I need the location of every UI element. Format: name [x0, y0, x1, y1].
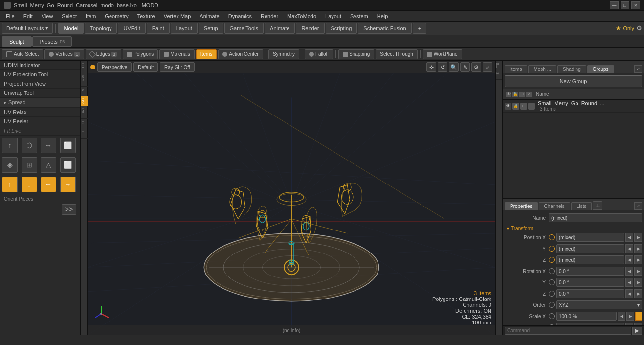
col-icon-eye[interactable]: 👁 [506, 92, 511, 97]
menu-help[interactable]: Help [373, 12, 392, 20]
position-z-btn-r[interactable]: ▶ [634, 255, 642, 264]
uv-projection-tool[interactable]: UV Projection Tool [0, 70, 80, 79]
scale-x-btn-r[interactable]: ▶ [626, 312, 634, 321]
add-tab-btn[interactable]: + [593, 201, 602, 210]
maximize-button[interactable]: □ [621, 1, 629, 9]
tool-btn-move[interactable]: ↑ [2, 138, 18, 153]
scale-x-orange-btn[interactable] [635, 312, 642, 321]
game-tools-tab[interactable]: Game Tools [224, 23, 264, 34]
col-icon-box[interactable]: □ [519, 92, 525, 97]
tool-btn-rotate[interactable]: ⬡ [22, 138, 37, 153]
rotation-z-btn-l[interactable]: ◀ [625, 289, 633, 298]
tab-lists[interactable]: Lists [571, 202, 592, 210]
tool-btn-pin[interactable]: ◈ [2, 157, 18, 173]
props-expand-btn[interactable]: ⤢ [634, 202, 642, 210]
uv-peeler-tool[interactable]: UV Peeler [0, 117, 80, 126]
viewport-icon-3[interactable]: 🔍 [449, 62, 459, 72]
order-dropdown[interactable]: XYZ ▾ [556, 300, 642, 309]
menu-dynamics[interactable]: Dynamics [224, 12, 256, 20]
viewport-icon-4[interactable]: ✎ [460, 62, 470, 72]
falloff-btn[interactable]: Falloff [305, 49, 333, 59]
rotation-y-value[interactable]: 0.0 ° [556, 278, 624, 287]
col-icon-lock[interactable]: 🔒 [512, 92, 518, 97]
tool-btn-down[interactable]: ↓ [22, 177, 37, 192]
strip-po[interactable]: Po... [81, 106, 88, 118]
default-layouts-dropdown[interactable]: Default Layouts ▾ [2, 23, 53, 34]
strip-s1[interactable]: S... [496, 61, 503, 70]
transform-section[interactable]: ▾ Transform [505, 224, 642, 232]
tab-items[interactable]: Items [505, 65, 527, 73]
materials-btn[interactable]: Materials [159, 49, 195, 59]
menu-geometry[interactable]: Geometry [101, 12, 132, 20]
scale-x-btn-l[interactable]: ◀ [618, 312, 625, 321]
tool-btn-left[interactable]: ← [41, 177, 56, 192]
menu-item[interactable]: Item [82, 12, 100, 20]
window-controls[interactable]: — □ ✕ [610, 1, 640, 9]
command-go-btn[interactable]: ▶ [632, 327, 642, 335]
rotation-z-btn-r[interactable]: ▶ [634, 289, 642, 298]
items-btn[interactable]: Items [196, 49, 217, 59]
tool-btn-right[interactable]: → [60, 177, 76, 192]
action-center-btn[interactable]: Action Center [218, 49, 263, 59]
tool-btn-scale[interactable]: ↔ [41, 138, 56, 153]
auto-select-btn[interactable]: Auto Select [2, 49, 43, 59]
menu-view[interactable]: View [38, 12, 57, 20]
strip-c[interactable]: C... [81, 119, 88, 129]
viewport-icon-5[interactable]: ⚙ [471, 62, 481, 72]
rotation-x-btn-r[interactable]: ▶ [634, 267, 642, 276]
uvedit-tab[interactable]: UVEdit [118, 23, 145, 34]
menu-animate[interactable]: Animate [196, 12, 223, 20]
position-y-value[interactable]: (mixed) [556, 244, 624, 253]
strip-f[interactable]: F... [81, 129, 88, 139]
edges-btn[interactable]: Edges 3 [86, 49, 121, 59]
position-z-value[interactable]: (mixed) [556, 255, 624, 264]
schematic-tab[interactable]: Schematic Fusion [358, 23, 411, 34]
menu-file[interactable]: File [2, 12, 19, 20]
menu-vertex-map[interactable]: Vertex Map [160, 12, 195, 20]
group-row-0[interactable]: 👁 🔒 □ Small_Merry_Go_Round_... 3 Items [503, 100, 644, 113]
tool-btn-triangle[interactable]: △ [41, 157, 56, 173]
command-input[interactable] [505, 327, 631, 335]
strip-uv-active[interactable]: UV [81, 96, 88, 106]
unwrap-tool[interactable]: Unwrap Tool [0, 89, 80, 98]
menu-texture[interactable]: Texture [133, 12, 159, 20]
vertices-btn[interactable]: Vertices 1 [44, 49, 84, 59]
minimize-button[interactable]: — [610, 1, 619, 9]
sculpt-btn[interactable]: Sculpt [2, 36, 32, 47]
panel-expand-btn[interactable]: ⤢ [634, 65, 642, 73]
presets-btn[interactable]: Presets F6 [32, 36, 72, 47]
group-box-icon[interactable]: □ [520, 103, 527, 110]
tool-btn-grid[interactable]: ⊞ [22, 157, 37, 173]
rotation-x-value[interactable]: 0.0 ° [556, 267, 624, 276]
menu-edit[interactable]: Edit [20, 12, 37, 20]
position-x-btn-r[interactable]: ▶ [634, 233, 642, 242]
group-eye-icon[interactable]: 👁 [505, 103, 511, 110]
menu-layout[interactable]: Layout [321, 12, 345, 20]
rotation-z-value[interactable]: 0.0 ° [556, 289, 624, 298]
tab-mesh[interactable]: Mesh ... [528, 65, 556, 73]
setup-tab[interactable]: Setup [199, 23, 223, 34]
position-y-btn-r[interactable]: ▶ [634, 244, 642, 253]
default-style-btn[interactable]: Default [133, 62, 158, 72]
fit-live-tool[interactable]: Fit Live [0, 126, 80, 136]
strip-me[interactable]: Me... [81, 73, 88, 87]
col-icon-sel[interactable]: ✓ [526, 92, 532, 97]
close-button[interactable]: ✕ [631, 1, 640, 9]
settings-icon[interactable]: ⚙ [636, 24, 642, 32]
tab-properties[interactable]: Properties [505, 202, 538, 210]
render-tab[interactable]: Render [296, 23, 324, 34]
project-from-view-tool[interactable]: Project from View [0, 79, 80, 89]
tool-btn-up[interactable]: ↑ [2, 177, 18, 192]
rotation-x-btn-l[interactable]: ◀ [625, 267, 633, 276]
strip-v[interactable]: V... [81, 87, 88, 96]
tab-groups[interactable]: Groups [587, 65, 614, 73]
animate-tab[interactable]: Animate [265, 23, 295, 34]
topology-tab[interactable]: Topology [85, 23, 117, 34]
ray-gl-btn[interactable]: Ray GL: Off [160, 62, 195, 72]
scale-x-value[interactable]: 100.0 % [556, 312, 617, 321]
model-tab[interactable]: Model [58, 23, 84, 34]
rotation-y-btn-r[interactable]: ▶ [634, 278, 642, 287]
strip-s2[interactable]: S... [496, 70, 503, 80]
viewport-icon-2[interactable]: ↺ [438, 62, 447, 72]
group-sel-icon[interactable] [528, 103, 535, 110]
